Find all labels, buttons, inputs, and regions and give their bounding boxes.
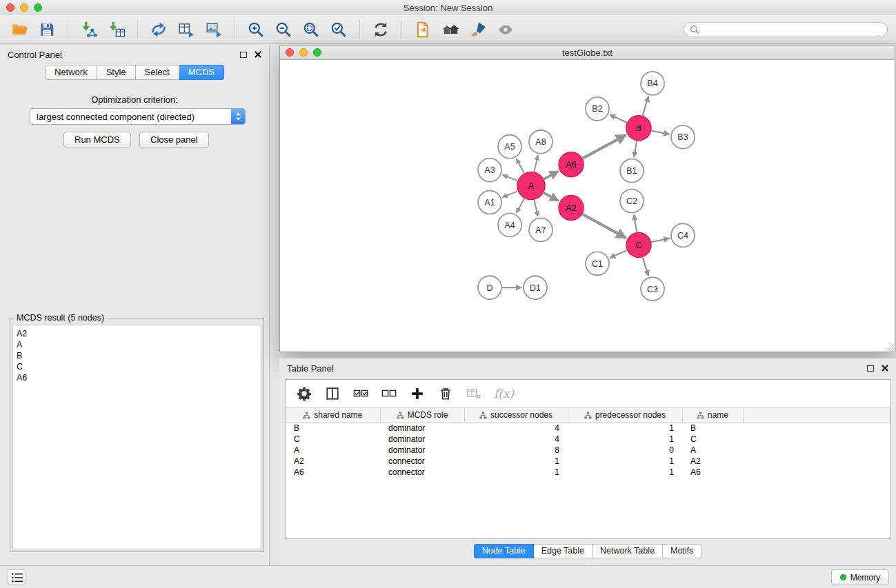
network-minimize-button[interactable] (299, 48, 308, 57)
export-network-button[interactable] (148, 19, 170, 41)
save-session-button[interactable] (36, 19, 58, 41)
tab-mcds[interactable]: MCDS (179, 65, 224, 80)
cell-successor-nodes[interactable]: 8 (464, 445, 568, 456)
edge-C-C2[interactable] (634, 214, 637, 232)
refresh-layout-button[interactable] (370, 19, 392, 41)
edge-B-B4[interactable] (643, 97, 649, 116)
delete-table-button[interactable] (466, 385, 482, 402)
node-C3[interactable]: C3 (641, 277, 664, 301)
cell-predecessor-nodes[interactable]: 1 (568, 467, 682, 478)
cell-name[interactable]: C (682, 434, 743, 445)
mcds-result-item-a2[interactable]: A2 (17, 328, 257, 339)
tab-network[interactable]: Network (45, 65, 97, 80)
node-A6[interactable]: A6 (559, 152, 584, 177)
task-history-button[interactable] (8, 569, 26, 585)
edge-C-C1[interactable] (610, 250, 627, 258)
table-row-a2[interactable]: A2connector11A2 (286, 456, 890, 467)
close-window-button[interactable] (6, 3, 14, 12)
search-field[interactable] (684, 22, 888, 37)
column-header-successor-nodes[interactable]: successor nodes (464, 408, 568, 423)
edge-A-A4[interactable] (517, 199, 524, 213)
tab-select[interactable]: Select (136, 65, 179, 80)
node-A7[interactable]: A7 (529, 218, 552, 241)
zoom-out-button[interactable] (272, 19, 295, 41)
mcds-result-item-c[interactable]: C (17, 361, 257, 372)
delete-rows-button[interactable] (437, 385, 454, 402)
deselect-all-button[interactable] (381, 385, 397, 402)
node-B4[interactable]: B4 (641, 72, 664, 95)
table-row-a[interactable]: Adominator80A (286, 445, 890, 456)
node-B[interactable]: B (626, 116, 651, 141)
network-graph[interactable]: B4B2BB3A5A8A6B1A3AA1C2A2A4A7C4CC1C3DD1 (280, 61, 895, 352)
import-table-button[interactable] (106, 19, 128, 41)
node-A5[interactable]: A5 (498, 135, 521, 159)
edge-A-A7[interactable] (535, 200, 538, 216)
search-input[interactable] (703, 25, 882, 34)
cell-mcds-role[interactable]: dominator (380, 423, 464, 434)
edge-A-A3[interactable] (503, 175, 518, 181)
open-in-panel-button[interactable] (412, 19, 434, 41)
cell-mcds-role[interactable]: connector (380, 456, 464, 467)
cell-successor-nodes[interactable]: 1 (464, 456, 568, 467)
network-canvas[interactable]: B4B2BB3A5A8A6B1A3AA1C2A2A4A7C4CC1C3DD1 (280, 61, 895, 352)
function-builder-button[interactable]: f(x) (494, 387, 514, 401)
memory-button[interactable]: Memory (831, 569, 889, 585)
column-header-mcds-role[interactable]: MCDS role (380, 408, 464, 423)
cell-shared-name[interactable]: A6 (286, 467, 380, 478)
cell-mcds-role[interactable]: connector (380, 467, 464, 478)
node-C4[interactable]: C4 (671, 223, 695, 247)
mcds-result-item-a[interactable]: A (17, 339, 257, 350)
mcds-result-list[interactable]: A2ABCA6 (12, 325, 261, 549)
cell-predecessor-nodes[interactable]: 1 (568, 456, 682, 467)
edge-A-A6[interactable] (544, 172, 559, 179)
cell-successor-nodes[interactable]: 1 (464, 467, 568, 478)
table-settings-button[interactable] (296, 385, 312, 402)
table-row-a6[interactable]: A6connector11A6 (286, 467, 890, 478)
cell-predecessor-nodes[interactable]: 0 (568, 445, 682, 456)
edge-A-A1[interactable] (503, 191, 518, 197)
import-network-button[interactable] (78, 19, 100, 41)
close-table-panel-icon[interactable] (882, 365, 888, 372)
cell-shared-name[interactable]: C (286, 434, 380, 445)
edge-A-A8[interactable] (535, 155, 538, 172)
select-all-button[interactable] (352, 385, 369, 402)
cell-name[interactable]: A2 (682, 456, 743, 467)
float-table-panel-icon[interactable] (867, 365, 874, 372)
node-A3[interactable]: A3 (478, 159, 501, 182)
zoom-fit-button[interactable] (300, 19, 322, 41)
split-columns-button[interactable] (324, 385, 341, 402)
cell-predecessor-nodes[interactable]: 1 (568, 434, 682, 445)
float-panel-icon[interactable] (240, 52, 247, 58)
node-A1[interactable]: A1 (478, 191, 501, 214)
show-hide-button[interactable] (495, 19, 517, 41)
node-D1[interactable]: D1 (524, 276, 547, 299)
cell-mcds-role[interactable]: dominator (380, 445, 464, 456)
cell-name[interactable]: A6 (682, 467, 743, 478)
node-D[interactable]: D (478, 276, 501, 299)
edge-B-B3[interactable] (652, 131, 670, 134)
network-close-button[interactable] (286, 48, 294, 57)
column-header-shared-name[interactable]: shared name (286, 408, 380, 423)
node-A4[interactable]: A4 (498, 213, 521, 236)
edge-A-A2[interactable] (544, 193, 558, 201)
cell-name[interactable]: B (682, 423, 743, 434)
cell-shared-name[interactable]: B (286, 423, 380, 434)
tab-edge-table[interactable]: Edge Table (534, 544, 593, 558)
zoom-window-button[interactable] (34, 3, 42, 12)
add-row-button[interactable] (409, 385, 426, 402)
node-B3[interactable]: B3 (671, 125, 695, 149)
export-table-button[interactable] (175, 19, 197, 41)
edge-A6-B[interactable] (583, 135, 626, 159)
cell-successor-nodes[interactable]: 4 (464, 434, 568, 445)
cell-successor-nodes[interactable]: 4 (464, 423, 568, 434)
close-panel-icon[interactable] (255, 51, 261, 58)
edge-A2-C[interactable] (583, 214, 626, 239)
zoom-selected-button[interactable] (328, 19, 350, 41)
edge-C-C4[interactable] (652, 239, 670, 243)
node-A8[interactable]: A8 (529, 130, 552, 154)
home-button[interactable] (439, 19, 461, 41)
table-row-b[interactable]: Bdominator41B (286, 423, 890, 434)
edge-C-C3[interactable] (643, 257, 648, 276)
node-A2[interactable]: A2 (559, 196, 584, 221)
column-header-name[interactable]: name (682, 408, 743, 423)
